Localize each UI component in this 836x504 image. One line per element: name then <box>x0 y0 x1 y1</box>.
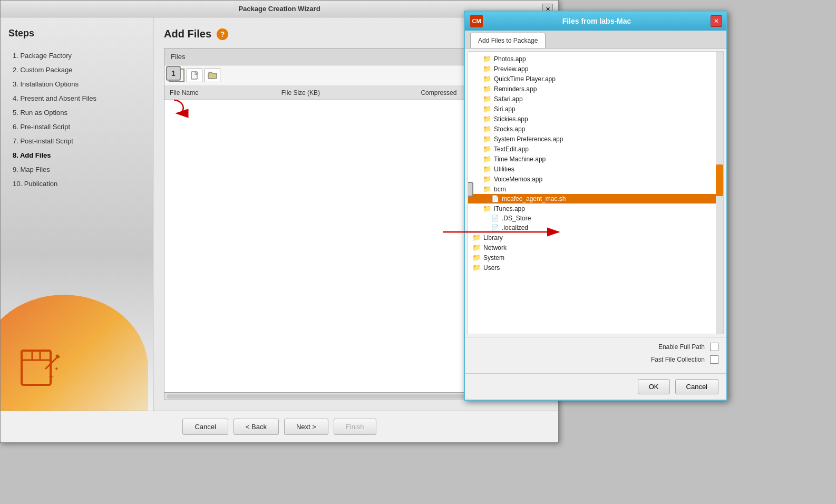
ok-button[interactable]: OK <box>638 379 670 394</box>
wizard-title: Package Creation Wizard <box>238 5 320 13</box>
dialog-cancel-button[interactable]: Cancel <box>675 379 718 394</box>
step2-badge: 2 <box>468 182 473 197</box>
col-filename: File Name <box>164 86 276 100</box>
dialog-titlebar: CM Files from labs-Mac ✕ <box>465 12 726 31</box>
back-button[interactable]: < Back <box>234 419 279 435</box>
dialog-options: Enable Full Path Fast File Collection <box>465 337 726 373</box>
fast-file-collection-checkbox[interactable] <box>710 355 718 364</box>
tree-item-ds-store[interactable]: 📄 .DS_Store <box>468 214 723 223</box>
dialog-close-button[interactable]: ✕ <box>711 15 722 27</box>
svg-text:✦: ✦ <box>54 366 59 372</box>
tree-item-time-machine[interactable]: 📁 Time Machine.app <box>468 154 723 164</box>
enable-full-path-row: Enable Full Path <box>473 343 718 351</box>
col-filesize: File Size (KB) <box>276 86 416 100</box>
sidebar-item-package-factory[interactable]: 1. Package Factory <box>8 49 145 63</box>
sidebar-title: Steps <box>8 28 145 39</box>
tree-item-safari[interactable]: 📁 Safari.app <box>468 94 723 104</box>
sidebar-item-custom-package[interactable]: 2. Custom Package <box>8 63 145 77</box>
sidebar: Steps 1. Package Factory 2. Custom Packa… <box>1 17 153 411</box>
sidebar-item-installation-options[interactable]: 3. Installation Options <box>8 77 145 91</box>
tree-item-utilities[interactable]: 📁 Utilities <box>468 164 723 174</box>
add-blank-button[interactable] <box>187 69 202 82</box>
tree-item-stocks[interactable]: 📁 Stocks.app <box>468 124 723 134</box>
svg-text:✦: ✦ <box>48 373 54 381</box>
files-dialog: CM Files from labs-Mac ✕ Add Files to Pa… <box>464 11 727 401</box>
tree-item-users[interactable]: 📁 Users <box>468 263 723 273</box>
sidebar-decoration: ✦ ✦ <box>1 289 153 411</box>
tree-item-itunes[interactable]: 📁 iTunes.app <box>468 203 723 214</box>
deco-package-icon: ✦ ✦ <box>16 340 64 395</box>
tree-item-network[interactable]: 📁 Network <box>468 243 723 253</box>
sidebar-item-map-files[interactable]: 9. Map Files <box>8 162 145 177</box>
next-button[interactable]: Next > <box>284 419 328 435</box>
fast-file-collection-row: Fast File Collection <box>473 355 718 364</box>
sidebar-item-preinstall-script[interactable]: 6. Pre-install Script <box>8 120 145 134</box>
dialog-title: Files from labs-Mac <box>488 17 705 25</box>
enable-full-path-checkbox[interactable] <box>710 343 718 351</box>
step1-badge: 1 <box>166 66 181 81</box>
tree-item-library[interactable]: 📁 Library <box>468 232 723 243</box>
wizard-footer: Cancel < Back Next > Finish <box>1 411 558 442</box>
sidebar-item-publication[interactable]: 10. Publication <box>8 177 145 191</box>
tree-item-textedit[interactable]: 📁 TextEdit.app <box>468 144 723 154</box>
cm-badge: CM <box>470 15 483 27</box>
sidebar-item-add-files[interactable]: 8. Add Files <box>8 148 145 162</box>
help-icon[interactable]: ? <box>217 28 228 40</box>
file-tree[interactable]: 📁 Photos.app 📁 Preview.app 📁 QuickTime P… <box>468 51 724 334</box>
finish-button: Finish <box>334 419 376 435</box>
sidebar-item-run-as-options[interactable]: 5. Run as Options <box>8 105 145 120</box>
dialog-tab-bar: Add Files to Package <box>465 31 726 49</box>
add-files-title: Add Files <box>164 28 211 40</box>
svg-rect-12 <box>191 72 197 79</box>
add-folder-button[interactable] <box>205 69 220 82</box>
fast-file-collection-label: Fast File Collection <box>651 356 705 363</box>
tree-item-localized[interactable]: 📄 .localized <box>468 223 723 232</box>
tree-item-stickies[interactable]: 📁 Stickies.app <box>468 114 723 124</box>
tab-add-files[interactable]: Add Files to Package <box>470 33 546 48</box>
tree-item-mcafee-agent[interactable]: 📄 mcafee_agent_mac.sh <box>468 194 723 203</box>
tree-item-system-preferences[interactable]: 📁 System Preferences.app <box>468 134 723 144</box>
tree-item-siri[interactable]: 📁 Siri.app <box>468 104 723 114</box>
sidebar-item-present-absent-files[interactable]: 4. Present and Absent Files <box>8 91 145 105</box>
dialog-footer: OK Cancel <box>465 373 726 400</box>
scrollbar-thumb <box>716 164 723 196</box>
sidebar-item-postinstall-script[interactable]: 7. Post-install Script <box>8 134 145 148</box>
tree-item-voicememos[interactable]: 📁 VoiceMemos.app <box>468 174 723 184</box>
tree-item-system[interactable]: 📁 System <box>468 253 723 263</box>
tree-item-photos[interactable]: 📁 Photos.app <box>468 54 723 64</box>
tree-scrollbar[interactable] <box>716 52 723 334</box>
enable-full-path-label: Enable Full Path <box>658 343 705 351</box>
tree-item-quicktime[interactable]: 📁 QuickTime Player.app <box>468 74 723 84</box>
cancel-button[interactable]: Cancel <box>182 419 228 435</box>
tree-item-bcm[interactable]: 2 📁 bcm <box>468 184 723 194</box>
tree-item-reminders[interactable]: 📁 Reminders.app <box>468 84 723 94</box>
tree-item-preview[interactable]: 📁 Preview.app <box>468 64 723 74</box>
